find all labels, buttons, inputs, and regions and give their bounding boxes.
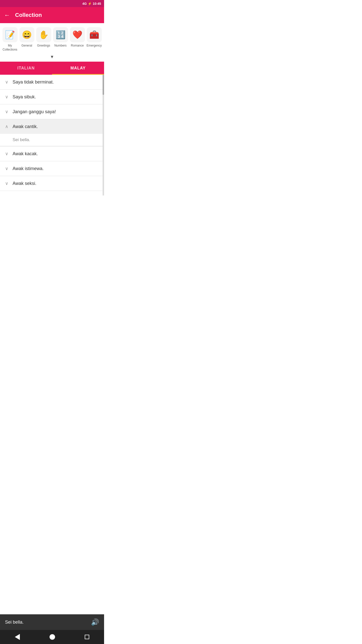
category-label-greetings: Greetings: [37, 44, 50, 48]
malay-phrase: Saya tidak berminat.: [13, 79, 54, 85]
status-bar: 4G ⚡ 10:45: [0, 0, 104, 7]
page-title: Collection: [15, 12, 42, 18]
phrase-row[interactable]: ∧Awak cantik.: [0, 119, 104, 134]
category-icon-my-collections: 📝: [3, 27, 18, 42]
phrase-item[interactable]: ∨Awak seksi.: [0, 176, 104, 191]
show-more-chevron[interactable]: ▾: [51, 54, 53, 60]
phrase-row[interactable]: ∨Saya sibuk.: [0, 90, 104, 104]
chevron-down-icon: ∨: [4, 151, 9, 156]
tab-italian[interactable]: ITALIAN: [0, 62, 52, 75]
chevron-down-icon: ∨: [4, 166, 9, 171]
chevron-down-icon: ∨: [4, 79, 9, 85]
category-emergency[interactable]: 🧰Emergency: [86, 27, 102, 52]
status-icons: 4G ⚡ 10:45: [82, 2, 101, 6]
malay-phrase: Awak istimewa.: [13, 166, 44, 171]
phrase-item[interactable]: ∨Saya tidak berminat.: [0, 75, 104, 90]
malay-phrase: Saya sibuk.: [13, 94, 36, 100]
category-my-collections[interactable]: 📝My Collections: [2, 27, 18, 52]
category-label-romance: Romance: [71, 44, 84, 48]
category-greetings[interactable]: ✋Greetings: [36, 27, 52, 52]
phrase-item[interactable]: ∨Awak kacak.: [0, 146, 104, 161]
tab-malay[interactable]: MALAY: [52, 62, 104, 75]
chevron-down-icon: ∨: [4, 94, 9, 100]
phrase-item[interactable]: ∨Awak istimewa.: [0, 161, 104, 176]
malay-phrase: Jangan ganggu saya!: [13, 109, 56, 114]
phrase-row[interactable]: ∨Saya tidak berminat.: [0, 75, 104, 89]
category-label-general: General: [21, 44, 32, 48]
category-numbers[interactable]: 🔢Numbers: [53, 27, 68, 52]
battery-icon: ⚡: [88, 2, 92, 6]
back-button[interactable]: ←: [4, 12, 10, 19]
category-icon-greetings: ✋: [36, 27, 51, 42]
phrase-row[interactable]: ∨Awak istimewa.: [0, 161, 104, 176]
category-icon-romance: ❤️: [70, 27, 85, 42]
categories-row: 📝My Collections😄General✋Greetings🔢Number…: [2, 27, 102, 52]
phrase-row[interactable]: ∨Jangan ganggu saya!: [0, 104, 104, 119]
category-romance[interactable]: ❤️Romance: [69, 27, 85, 52]
category-label-my-collections: My Collections: [2, 44, 18, 52]
phrase-row[interactable]: ∨Awak seksi.: [0, 176, 104, 191]
phrase-item[interactable]: ∨Awak menawan.: [0, 191, 104, 195]
phrase-row[interactable]: ∨Awak kacak.: [0, 146, 104, 161]
malay-phrase: Awak seksi.: [13, 181, 36, 186]
italian-translation: Sei bella.: [0, 134, 104, 146]
header: ← Collection: [0, 7, 104, 23]
category-general[interactable]: 😄General: [19, 27, 35, 52]
malay-phrase: Awak kacak.: [13, 151, 38, 156]
chevron-up-icon: ∧: [4, 124, 9, 129]
category-label-emergency: Emergency: [86, 44, 102, 48]
category-icon-numbers: 🔢: [53, 27, 68, 42]
chevron-down-icon: ∨: [4, 181, 9, 186]
clock: 10:45: [93, 2, 101, 6]
language-tabs: ITALIANMALAY: [0, 62, 104, 75]
category-label-numbers: Numbers: [54, 44, 67, 48]
scrollbar-thumb: [103, 75, 104, 95]
tab-label-malay: MALAY: [70, 66, 85, 70]
category-icon-general: 😄: [19, 27, 34, 42]
phrase-item[interactable]: ∨Jangan ganggu saya!: [0, 104, 104, 119]
category-icon-emergency: 🧰: [87, 27, 102, 42]
tab-label-italian: ITALIAN: [17, 66, 35, 70]
phrase-item[interactable]: ∨Saya sibuk.: [0, 90, 104, 104]
signal-indicator: 4G: [82, 2, 86, 6]
chevron-down-icon: ∨: [4, 109, 9, 114]
malay-phrase: Awak cantik.: [13, 124, 38, 129]
scrollbar-track: [103, 75, 104, 195]
phrase-item[interactable]: ∧Awak cantik.Sei bella.: [0, 119, 104, 146]
phrase-list: ∨Saya tidak berminat.∨Saya sibuk.∨Jangan…: [0, 75, 104, 195]
phrase-row[interactable]: ∨Awak menawan.: [0, 191, 104, 195]
categories-section: 📝My Collections😄General✋Greetings🔢Number…: [0, 23, 104, 62]
